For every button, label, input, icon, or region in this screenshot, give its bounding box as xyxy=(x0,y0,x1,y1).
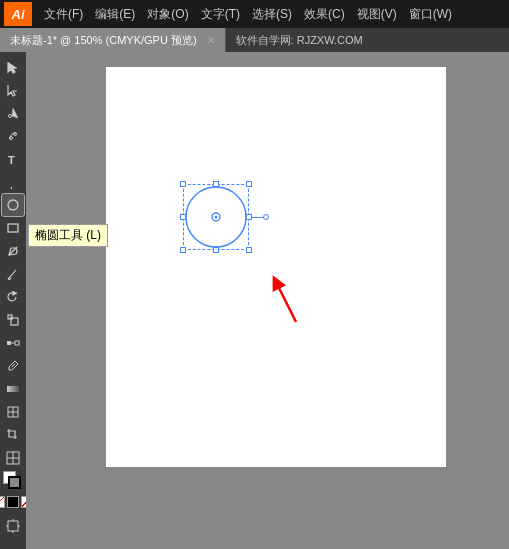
crop-tool[interactable] xyxy=(2,424,24,446)
pencil-tool[interactable] xyxy=(2,240,24,262)
direct-selection-tool[interactable] xyxy=(2,79,24,101)
eyedropper-tool[interactable] xyxy=(2,355,24,377)
svg-text:T: T xyxy=(6,187,14,189)
handle-bottom-left[interactable] xyxy=(180,247,186,253)
main-layout: 椭圆工具 (L) T xyxy=(0,52,509,549)
tool-tooltip: 椭圆工具 (L) xyxy=(28,224,108,247)
handle-top-right[interactable] xyxy=(246,181,252,187)
tab-website[interactable]: 软件自学网: RJZXW.COM xyxy=(226,28,373,52)
scale-tool[interactable] xyxy=(2,309,24,331)
menu-file[interactable]: 文件(F) xyxy=(38,4,89,25)
canvas-area[interactable] xyxy=(26,52,509,549)
menu-edit[interactable]: 编辑(E) xyxy=(89,4,141,25)
rectangle-tool[interactable] xyxy=(2,217,24,239)
canvas-document xyxy=(106,67,446,467)
handle-top-center[interactable] xyxy=(213,181,219,187)
svg-rect-15 xyxy=(7,386,19,392)
svg-rect-6 xyxy=(8,224,18,232)
anchor-tool[interactable] xyxy=(2,125,24,147)
black-swatch[interactable] xyxy=(7,496,19,508)
handle-top-left[interactable] xyxy=(180,181,186,187)
tab-document-label: 未标题-1* @ 150% (CMYK/GPU 预览) xyxy=(10,33,197,48)
menu-view[interactable]: 视图(V) xyxy=(351,4,403,25)
svg-point-5 xyxy=(8,200,18,210)
mesh-tool[interactable] xyxy=(2,401,24,423)
menu-object[interactable]: 对象(O) xyxy=(141,4,194,25)
pen-tool[interactable] xyxy=(2,102,24,124)
svg-point-1 xyxy=(10,137,13,140)
brush-tool[interactable] xyxy=(2,263,24,285)
ai-logo: Ai xyxy=(4,2,32,26)
ellipse-with-selection xyxy=(181,182,251,252)
rotate-tool[interactable] xyxy=(2,286,24,308)
selection-tool[interactable] xyxy=(2,56,24,78)
none-swatch[interactable] xyxy=(0,496,5,508)
left-toolbar: 椭圆工具 (L) T xyxy=(0,52,26,549)
svg-point-2 xyxy=(14,133,17,136)
svg-rect-22 xyxy=(8,521,18,531)
svg-text:T: T xyxy=(8,154,15,166)
svg-point-29 xyxy=(215,216,218,219)
gradient-tool[interactable] xyxy=(2,378,24,400)
stroke-box xyxy=(8,476,21,489)
blend-tool[interactable] xyxy=(2,332,24,354)
ellipse-shape xyxy=(181,182,251,252)
tab-close-button[interactable]: ✕ xyxy=(207,35,215,46)
menu-window[interactable]: 窗口(W) xyxy=(403,4,458,25)
svg-point-0 xyxy=(9,115,12,118)
title-bar: Ai 文件(F) 编辑(E) 对象(O) 文字(T) 选择(S) 效果(C) 视… xyxy=(0,0,509,28)
tab-document[interactable]: 未标题-1* @ 150% (CMYK/GPU 预览) ✕ xyxy=(0,28,226,52)
artboard-tool[interactable] xyxy=(2,515,24,537)
type-tool[interactable]: T xyxy=(2,148,24,170)
slice-tool[interactable] xyxy=(2,447,24,469)
svg-line-14 xyxy=(12,364,15,367)
svg-rect-12 xyxy=(15,341,19,345)
selection-container xyxy=(181,182,251,252)
handle-bottom-right[interactable] xyxy=(246,247,252,253)
tab-website-label: 软件自学网: RJZXW.COM xyxy=(236,33,363,48)
menu-effect[interactable]: 效果(C) xyxy=(298,4,351,25)
handle-middle-left[interactable] xyxy=(180,214,186,220)
menu-text[interactable]: 文字(T) xyxy=(195,4,246,25)
svg-rect-11 xyxy=(7,341,11,345)
menu-bar[interactable]: 文件(F) 编辑(E) 对象(O) 文字(T) 选择(S) 效果(C) 视图(V… xyxy=(38,4,458,25)
radius-handle[interactable] xyxy=(251,214,269,220)
fill-stroke-indicator[interactable] xyxy=(3,471,23,491)
menu-select[interactable]: 选择(S) xyxy=(246,4,298,25)
tab-bar: 未标题-1* @ 150% (CMYK/GPU 预览) ✕ 软件自学网: RJZ… xyxy=(0,28,509,52)
ellipse-tool[interactable] xyxy=(2,194,24,216)
handle-bottom-center[interactable] xyxy=(213,247,219,253)
vertical-type-tool[interactable]: T xyxy=(2,171,24,193)
